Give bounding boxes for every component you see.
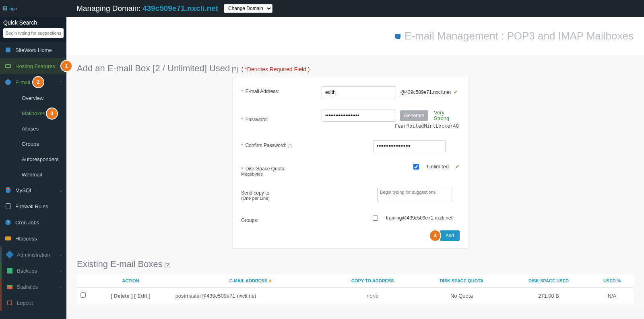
row-email: postmaster@439c509e71.nxcli.net [172,288,329,304]
nav-email-groups[interactable]: Groups [0,136,66,151]
nav-email-autoresponders[interactable]: Autoresponders [0,151,66,167]
row-usedpct: N/A [590,288,634,304]
row-password: *Password: Generate Very Strong FearRoil… [241,110,460,129]
check-icon: ✔ [454,89,458,95]
row-email: *E-mail Address: @439c509e71.nxcli.net ✔ [241,86,460,98]
nav-siteworx-home[interactable]: SiteWorx Home [0,42,66,58]
group-option-label: training@439c509e71.nxcli.net [386,215,452,221]
chevron-down-icon: ⌄ [59,285,62,289]
lock-icon [5,47,11,53]
logo-area: logo [0,0,66,17]
broken-image-icon: logo [2,6,17,11]
globe-icon [5,79,11,85]
sidebar: logo Quick Search SiteWorx Home Hosting … [0,0,66,319]
badge-4: 4 [430,230,440,241]
email-input[interactable] [322,86,396,98]
chevron-up-icon: ⌃ [59,80,62,85]
nav-administration[interactable]: Administration ⌄ [0,246,66,263]
managing-label: Managing Domain: [76,4,140,13]
group-checkbox[interactable] [373,215,378,221]
nav-hosting-features[interactable]: Hosting Features 1 [0,58,66,74]
sendcopy-label: Send copy to:(One per Line) [241,188,322,201]
content: Add an E-mail Box [2 / Unlimited] Used [… [66,55,644,312]
nav-email-overview[interactable]: Overview [0,90,66,106]
table-header-row: Action E-mail Address Copy To Address Di… [77,274,634,288]
nav-email-webmail[interactable]: Webmail [0,167,66,182]
password-hint: FearRoiledMintLocker48 [395,123,459,129]
email-label: *E-mail Address: [241,86,322,94]
change-domain-select[interactable]: Change Domain [224,4,272,13]
password-strength: Very Strong [434,110,456,122]
delete-link[interactable]: [ Delete ] [111,293,133,299]
chevron-down-icon: ⌄ [59,253,62,257]
form-actions: 4 Add [241,230,460,241]
nav-email-mailboxes[interactable]: Mailboxes 3 [0,106,66,121]
quick-search: Quick Search [0,17,66,42]
logout-icon [6,300,13,306]
required-note: ( *Denotes Required Field ) [242,66,310,72]
row-quota: No Quota [417,288,507,304]
quick-search-title: Quick Search [3,19,63,26]
main: E-mail Management : POP3 and IMAP Mailbo… [66,17,644,319]
backup-icon [6,267,13,274]
col-email[interactable]: E-mail Address [172,274,329,288]
stats-icon [6,284,13,290]
nav-email[interactable]: E-mail 2 ⌃ [0,74,66,90]
col-copy[interactable]: Copy To Address [329,274,417,288]
monitor-icon [5,63,11,69]
password-label: *Password: [241,110,322,122]
page-title: E-mail Management : POP3 and IMAP Mailbo… [405,30,634,42]
chevron-down-icon: ⌄ [59,188,62,193]
nav-htaccess[interactable]: Htaccess [0,230,66,246]
nav-email-aliases[interactable]: Aliases [0,121,66,136]
row-checkbox[interactable] [80,292,86,298]
folder-icon [5,235,11,242]
add-section-header: Add an E-mail Box [2 / Unlimited] Used [… [77,63,634,74]
confirm-password-input[interactable] [373,140,446,152]
tools-icon [6,251,13,258]
current-domain: 439c509e71.nxcli.net [142,4,218,13]
sendcopy-textarea[interactable] [377,188,452,202]
col-quota[interactable]: Disk Space Quota [417,274,507,288]
nav-mysql[interactable]: MySQL ⌄ [0,182,66,198]
password-input[interactable] [322,110,396,122]
unlimited-checkbox[interactable] [413,164,419,170]
nav-cron[interactable]: Cron Jobs [0,214,66,230]
nav-backups[interactable]: Backups ⌄ [0,263,66,279]
col-usedpct[interactable]: Used % [590,274,634,288]
add-mailbox-form: *E-mail Address: @439c509e71.nxcli.net ✔… [233,77,468,249]
chevron-down-icon: ⌄ [59,269,62,273]
nav-statistics[interactable]: Statistics ⌄ [0,279,66,295]
topbar: Managing Domain: 439c509e71.nxcli.net Ch… [0,0,644,17]
row-used: 271.00 B [507,288,591,304]
existing-heading: Existing E-mail Boxes [77,259,163,269]
badge-1: 1 [61,61,72,71]
existing-section: Existing E-mail Boxes [?] Action E-mail … [77,259,634,304]
generate-button[interactable]: Generate [400,110,428,121]
edit-link[interactable]: [ Edit ] [134,293,150,299]
existing-table: Action E-mail Address Copy To Address Di… [77,274,634,304]
badge-2: 2 [33,77,43,87]
help-link[interactable]: [?] [164,262,171,268]
nav-logout[interactable]: Logout [0,295,66,311]
row-groups: Groups: training@439c509e71.nxcli.net [241,215,460,223]
add-button[interactable]: Add [440,230,460,241]
mailbox-icon [395,34,400,38]
nav-firewall[interactable]: Firewall Rules [0,198,66,214]
row-sendcopy: Send copy to:(One per Line) [241,188,460,204]
unlimited-label: Unlimited [427,164,449,170]
help-link[interactable]: [?] [232,66,238,72]
row-actions: [ Delete ] [ Edit ] [89,288,172,304]
check-icon: ✔ [455,164,460,170]
clock-icon [5,219,11,226]
badge-3: 3 [47,108,57,119]
database-icon [5,187,11,193]
add-heading: Add an E-mail Box [2 / Unlimited] Used [77,63,230,73]
page-title-row: E-mail Management : POP3 and IMAP Mailbo… [66,17,644,55]
note-icon [5,203,11,209]
confirm-label: *Confirm Password: [?] [241,140,322,148]
col-used[interactable]: Disk Space Used [507,274,591,288]
quick-search-input[interactable] [3,28,64,38]
quota-label: *Disk Space Quota:Megabytes [241,164,322,176]
col-action[interactable]: Action [89,274,172,288]
